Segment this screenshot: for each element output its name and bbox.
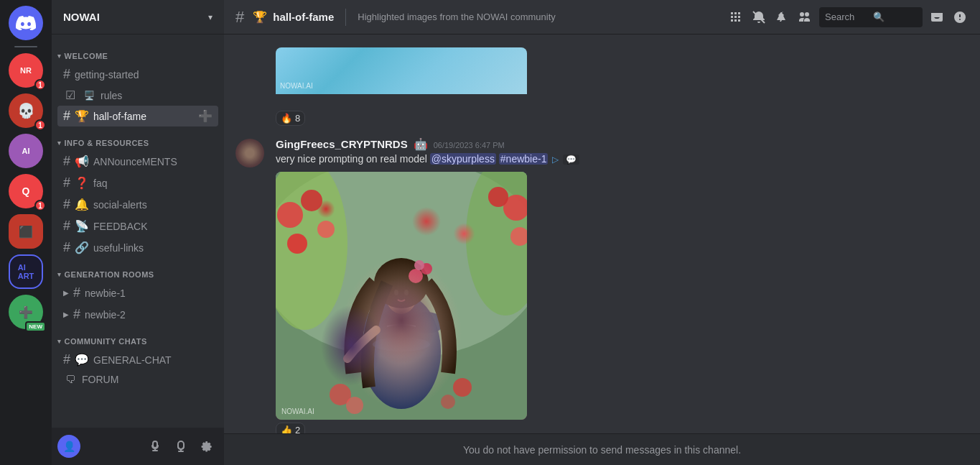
reactions-2: 👍 2	[276, 423, 969, 433]
channel-mention[interactable]: #newbie-1	[499, 153, 549, 165]
jump-icon[interactable]: 💬	[563, 155, 579, 165]
server-header[interactable]: NOWAI ▾	[52, 0, 224, 34]
svg-point-26	[441, 395, 455, 409]
svg-point-23	[330, 384, 351, 405]
message-jump-link[interactable]: ▷	[552, 155, 559, 165]
reaction-emoji: 🔥	[281, 113, 292, 124]
message-group-1: NOWAI.AI 🔥 8	[224, 46, 980, 127]
category-label: WELCOME	[65, 52, 108, 60]
server-icon-5[interactable]: ⬛	[9, 214, 43, 249]
svg-point-3	[276, 172, 347, 330]
deafen-button[interactable]	[169, 435, 192, 458]
portrait-image: NOWAI.AI	[276, 172, 527, 420]
channel-name: newbie-2	[85, 309, 126, 321]
svg-point-4	[277, 202, 303, 228]
server-icon-1[interactable]: NR 1	[9, 53, 43, 88]
server-icon-new[interactable]: ➕ NEW	[9, 295, 43, 329]
hash-icon: #	[63, 352, 70, 367]
server-icon-4[interactable]: Q 1	[9, 174, 43, 208]
channel-name: FEEDBACK	[93, 221, 147, 232]
channel-forum[interactable]: 🗨 FORUM	[57, 371, 218, 388]
user-avatar: 👤	[57, 435, 80, 458]
category-info-resources[interactable]: ▾ INFO & RESOURCES	[52, 127, 224, 150]
add-member-icon[interactable]: ➕	[198, 109, 213, 123]
chat-icon: 💬	[75, 353, 89, 367]
channel-feedback[interactable]: # 📡 FEEDBACK	[57, 216, 218, 236]
message-group-2: GingFreecs_CRYPTNRDS 🤖 06/19/2023 6:47 P…	[224, 136, 980, 433]
channel-name: social-alerts	[93, 199, 147, 211]
new-badge: NEW	[25, 321, 46, 332]
help-icon[interactable]	[951, 9, 969, 26]
pin-icon[interactable]	[773, 9, 790, 26]
search-icon: 🔍	[873, 11, 917, 22]
bell-icon: 🔔	[75, 198, 89, 211]
settings-button[interactable]	[195, 435, 218, 458]
channel-name: hall-of-fame	[93, 111, 146, 122]
channel-social-alerts[interactable]: # 🔔 social-alerts	[57, 194, 218, 215]
svg-point-9	[503, 195, 527, 221]
channel-faq[interactable]: # ❓ faq	[57, 172, 218, 193]
svg-point-14	[409, 312, 444, 333]
server-icon-3[interactable]: AI	[9, 134, 43, 168]
svg-point-13	[358, 312, 394, 333]
bot-icon: 🤖	[414, 137, 428, 151]
bell-muted-icon[interactable]	[750, 9, 767, 26]
channel-newbie-2[interactable]: ▶ # newbie-2	[57, 304, 218, 325]
message-text-2: very nice prompting on real model @skypu…	[276, 152, 969, 166]
server-icon-2[interactable]: 💀 1	[9, 93, 43, 128]
header-divider	[345, 9, 346, 26]
category-welcome[interactable]: ▾ WELCOME	[52, 40, 224, 63]
channel-hall-of-fame[interactable]: # 🏆 hall-of-fame ➕	[57, 106, 218, 126]
channel-general-chat[interactable]: # 💬 GENERAL-CHAT	[57, 349, 218, 370]
badge-1: 1	[34, 79, 46, 91]
channel-header: # 🏆 hall-of-fame Highlighted images from…	[224, 0, 980, 34]
reaction-thumbsup[interactable]: 👍 2	[276, 423, 305, 433]
collapsed-arrow-icon: ▶	[63, 289, 69, 297]
svg-point-19	[409, 269, 423, 283]
user-mention[interactable]: @skypurpless	[430, 153, 496, 165]
category-arrow: ▾	[57, 139, 62, 147]
discord-home-icon[interactable]	[9, 6, 43, 40]
messages-area[interactable]: NOWAI.AI 🔥 8 GingFreecs_CRYPTNRDS 🤖 06/1…	[224, 34, 980, 433]
reaction-count: 2	[295, 425, 300, 433]
category-generation-rooms[interactable]: ▾ GENERATION ROOMS	[52, 259, 224, 282]
channel-description: Highlighted images from the NOWAI commun…	[358, 11, 719, 22]
no-permission-text: You do not have permission to send messa…	[463, 444, 741, 456]
channel-useful-links[interactable]: # 🔗 useful-links	[57, 237, 218, 258]
reaction-count: 8	[295, 113, 300, 124]
category-community-chats[interactable]: ▾ COMMUNITY CHATS	[52, 326, 224, 349]
channel-rules[interactable]: ☑ 🖥️ rules	[57, 86, 218, 105]
svg-point-10	[488, 187, 508, 207]
channel-name: ANNounceMENTS	[93, 156, 177, 167]
check-icon: ☑	[63, 88, 78, 102]
server-name-text: NOWAI	[63, 11, 100, 23]
channel-announcements[interactable]: # 📢 ANNounceMENTS	[57, 151, 218, 172]
username-2[interactable]: GingFreecs_CRYPTNRDS	[276, 138, 408, 150]
hash-icon: #	[63, 67, 70, 82]
category-arrow: ▾	[57, 271, 62, 278]
svg-point-7	[287, 234, 307, 254]
svg-point-15	[386, 274, 417, 314]
hash-icon: #	[63, 218, 70, 234]
server-divider-1	[14, 46, 37, 47]
members-icon[interactable]	[796, 9, 813, 26]
reaction-fire[interactable]: 🔥 8	[276, 111, 305, 126]
svg-point-8	[466, 172, 527, 316]
channel-getting-started[interactable]: # getting-started	[57, 64, 218, 85]
category-arrow: ▾	[57, 52, 62, 60]
mute-button[interactable]	[144, 435, 167, 458]
main-content: # 🏆 hall-of-fame Highlighted images from…	[224, 0, 980, 465]
hash-grid-icon[interactable]	[727, 9, 745, 26]
channel-list: ▾ WELCOME # getting-started ☑ 🖥️ rules #…	[52, 34, 224, 428]
server-icon-ai-art[interactable]: AIART	[9, 254, 43, 289]
search-bar[interactable]: Search 🔍	[819, 7, 923, 27]
megaphone-icon: 📢	[75, 155, 89, 168]
trophy-icon: 🏆	[253, 10, 267, 24]
svg-rect-1	[276, 172, 527, 420]
image-container-top: NOWAI.AI	[276, 47, 527, 94]
collapsed-arrow-icon: ▶	[63, 310, 69, 318]
inbox-icon[interactable]	[928, 9, 946, 26]
channel-newbie-1[interactable]: ▶ # newbie-1	[57, 282, 218, 303]
svg-point-11	[510, 227, 527, 246]
reactions-1: 🔥 8	[276, 111, 969, 126]
